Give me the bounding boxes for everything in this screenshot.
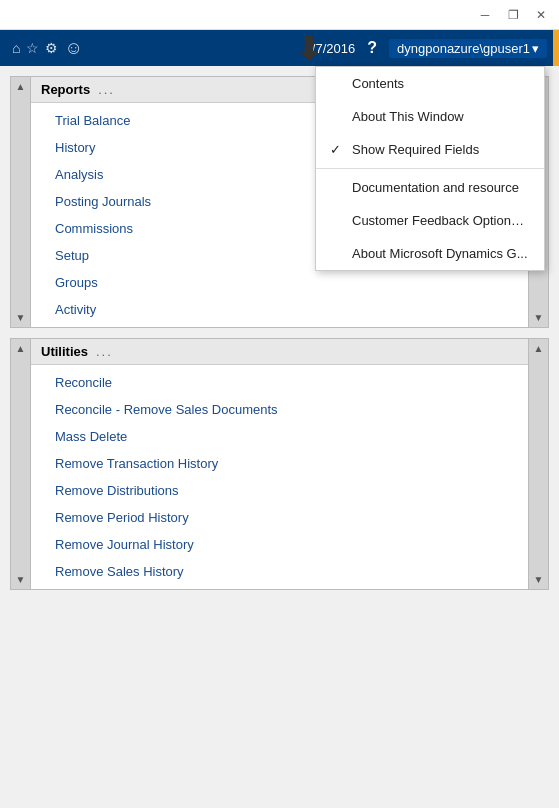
- util-scroll-down[interactable]: ▼: [16, 574, 26, 585]
- utilities-item[interactable]: Remove Period History: [31, 504, 528, 531]
- menu-item-contents[interactable]: Contents: [316, 67, 544, 100]
- reports-item[interactable]: Activity: [31, 296, 528, 323]
- menu-item-about-window[interactable]: About This Window: [316, 100, 544, 133]
- reports-item[interactable]: Groups: [31, 269, 528, 296]
- utilities-item[interactable]: Remove Sales History: [31, 558, 528, 585]
- utilities-title: Utilities: [41, 344, 88, 359]
- utilities-body: ReconcileReconcile - Remove Sales Docume…: [31, 365, 528, 589]
- reports-dots[interactable]: ...: [98, 82, 115, 97]
- scroll-up-arrow[interactable]: ▲: [16, 81, 26, 92]
- util-scroll-up[interactable]: ▲: [16, 343, 26, 354]
- dropdown-arrow-icon: ⬇: [295, 30, 322, 68]
- utilities-content: Utilities ... ReconcileReconcile - Remov…: [31, 339, 528, 589]
- utilities-header: Utilities ...: [31, 339, 528, 365]
- menu-item-show-required[interactable]: Show Required Fields: [316, 133, 544, 166]
- star-icon[interactable]: ☆: [26, 40, 39, 56]
- menu-item-feedback[interactable]: Customer Feedback Options...: [316, 204, 544, 237]
- reports-title: Reports: [41, 82, 90, 97]
- user-menu[interactable]: dyngponazure\gpuser1 ▾: [389, 39, 547, 58]
- utilities-item[interactable]: Remove Journal History: [31, 531, 528, 558]
- utilities-item[interactable]: Mass Delete: [31, 423, 528, 450]
- util-scroll-up-right[interactable]: ▲: [534, 343, 544, 354]
- utilities-item[interactable]: Reconcile: [31, 369, 528, 396]
- utilities-item[interactable]: Reconcile - Remove Sales Documents: [31, 396, 528, 423]
- scroll-down-arrow[interactable]: ▼: [16, 312, 26, 323]
- orange-accent-bar: [553, 30, 559, 66]
- help-dropdown-menu: ContentsAbout This WindowShow Required F…: [315, 66, 545, 271]
- utilities-item[interactable]: Remove Transaction History: [31, 450, 528, 477]
- restore-button[interactable]: ❐: [499, 4, 527, 26]
- user-arrow-icon: ▾: [532, 41, 539, 56]
- nav-bar-right: 7/7/2016 ? dyngponazure\gpuser1 ▾: [305, 39, 547, 58]
- close-button[interactable]: ✕: [527, 4, 555, 26]
- utilities-scroll-left[interactable]: ▲ ▼: [11, 339, 31, 589]
- gear-icon[interactable]: ⚙: [45, 40, 58, 56]
- nav-bar: ⌂ ☆ ⚙ ☺ 7/7/2016 ? dyngponazure\gpuser1 …: [0, 30, 559, 66]
- menu-item-documentation[interactable]: Documentation and resource: [316, 171, 544, 204]
- home-icon[interactable]: ⌂: [12, 40, 20, 56]
- menu-separator: [316, 168, 544, 169]
- nav-icons: ⌂ ☆ ⚙ ☺: [12, 38, 83, 59]
- username-label: dyngponazure\gpuser1: [397, 41, 530, 56]
- scroll-down-arrow-right[interactable]: ▼: [534, 312, 544, 323]
- utilities-item[interactable]: Remove Distributions: [31, 477, 528, 504]
- menu-item-about-dynamics[interactable]: About Microsoft Dynamics G...: [316, 237, 544, 270]
- util-scroll-down-right[interactable]: ▼: [534, 574, 544, 585]
- utilities-dots[interactable]: ...: [96, 344, 113, 359]
- utilities-scroll-right[interactable]: ▲ ▼: [528, 339, 548, 589]
- title-bar: ─ ❐ ✕: [0, 0, 559, 30]
- smiley-icon[interactable]: ☺: [64, 38, 82, 59]
- help-button[interactable]: ?: [361, 39, 383, 57]
- reports-scroll-left[interactable]: ▲ ▼: [11, 77, 31, 327]
- utilities-panel: ▲ ▼ Utilities ... ReconcileReconcile - R…: [10, 338, 549, 590]
- minimize-button[interactable]: ─: [471, 4, 499, 26]
